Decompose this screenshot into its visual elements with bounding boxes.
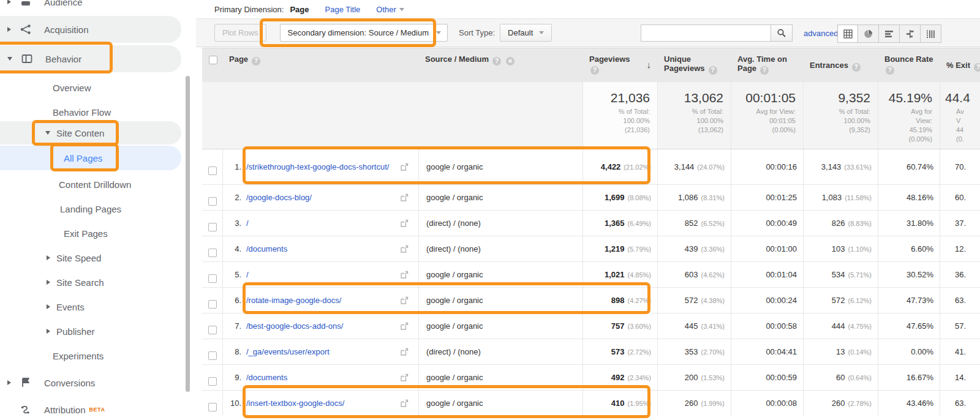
sort-type-dropdown[interactable]: Default [500, 24, 552, 42]
pageviews-cell: 1,365(6.49%) [583, 211, 658, 236]
sidebar-item-events[interactable]: Events [0, 296, 181, 317]
sidebar-item-publisher[interactable]: Publisher [0, 321, 181, 342]
sidebar-item-site-speed[interactable]: Site Speed [0, 247, 181, 268]
column-header-exit[interactable]: % Exit? [940, 48, 980, 82]
open-in-new-icon[interactable] [400, 296, 409, 305]
table-view-icon[interactable] [837, 24, 858, 43]
open-in-new-icon[interactable] [400, 271, 409, 279]
column-header-bounce-rate[interactable]: Bounce Rate ? [878, 48, 940, 82]
open-in-new-icon[interactable] [400, 193, 409, 202]
table-row: 3. / (direct) / (none) 1,365(6.49%) 852(… [202, 211, 980, 236]
open-in-new-icon[interactable] [400, 163, 409, 171]
open-in-new-icon[interactable] [400, 399, 409, 408]
page-link[interactable]: / [246, 218, 400, 229]
open-in-new-icon[interactable] [400, 219, 409, 228]
page-link[interactable]: / [246, 269, 400, 280]
column-header-entrances[interactable]: Entrances? [804, 48, 878, 82]
row-checkbox[interactable] [208, 223, 217, 231]
source-medium-value: google / organic [419, 391, 583, 416]
sidebar-item-overview[interactable]: Overview [0, 77, 181, 98]
help-icon[interactable]: ? [760, 66, 769, 75]
advanced-search-link[interactable]: advanced [804, 29, 838, 38]
page-link[interactable]: /insert-textbox-google-docs/ [246, 398, 400, 409]
row-rank: 10. [223, 399, 241, 408]
row-checkbox[interactable] [208, 249, 217, 257]
avg-time-cell: 00:00:24 [731, 288, 804, 313]
sidebar-item-behavior-flow[interactable]: Behavior Flow [0, 102, 181, 122]
column-header-unique-pageviews[interactable]: Unique Pageviews? [658, 48, 731, 82]
page-link[interactable]: /strikethrough-text-google-docs-shortcut… [246, 162, 400, 173]
secondary-dimension-dropdown[interactable]: Secondary dimension: Source / Medium [280, 24, 448, 42]
unique-pageviews-cell: 1,086(8.31%) [658, 185, 731, 210]
row-checkbox[interactable] [208, 377, 217, 386]
help-icon[interactable]: ? [709, 66, 717, 75]
unique-pageviews-cell: 852(6.52%) [658, 211, 731, 236]
row-checkbox[interactable] [208, 326, 217, 334]
open-in-new-icon[interactable] [400, 373, 409, 382]
help-icon[interactable]: ? [852, 63, 861, 72]
help-icon[interactable]: ? [886, 66, 894, 75]
open-in-new-icon[interactable] [400, 245, 409, 253]
help-icon[interactable]: ? [974, 63, 980, 72]
row-checkbox[interactable] [208, 274, 217, 283]
sidebar-item-landing-pages[interactable]: Landing Pages [0, 198, 181, 219]
row-checkbox[interactable] [208, 300, 217, 309]
avg-time-cell: 00:00:58 [731, 313, 804, 339]
entrances-cell: 534(5.71%) [804, 262, 878, 287]
sidebar-item-behavior[interactable]: Behavior [0, 45, 181, 72]
select-all-checkbox[interactable] [209, 56, 217, 64]
remove-secondary-dimension-icon[interactable]: ✕ [506, 57, 514, 66]
page-link[interactable]: /best-google-docs-add-ons/ [246, 321, 400, 332]
avg-time-cell: 00:01:00 [731, 236, 804, 261]
column-header-source-medium[interactable]: Source / Medium?✕ [419, 48, 583, 82]
avg-time-cell: 00:01:04 [731, 262, 804, 287]
sidebar-item-conversions[interactable]: Conversions [0, 370, 181, 396]
sidebar-item-attribution[interactable]: Attribution BETA [0, 397, 181, 420]
sidebar-scrollbar[interactable] [186, 76, 190, 392]
pivot-view-icon[interactable] [921, 24, 941, 43]
sidebar-item-site-content[interactable]: Site Conten [0, 121, 181, 144]
help-icon[interactable]: ? [252, 57, 260, 66]
page-link[interactable]: /google-docs-blog/ [246, 192, 400, 203]
row-checkbox[interactable] [208, 197, 217, 206]
entrances-cell: 260(2.78%) [804, 391, 878, 416]
primary-dimension-page[interactable]: Page [290, 5, 309, 14]
primary-dimension-page-title[interactable]: Page Title [325, 5, 361, 14]
percentage-view-icon[interactable] [858, 24, 879, 43]
sidebar-item-acquisition[interactable]: Acquisition [0, 16, 181, 43]
primary-dimension-other[interactable]: Other [376, 5, 396, 14]
summary-exit: 44.4 Av V 44 (0. [940, 82, 980, 149]
comparison-view-icon[interactable] [900, 24, 921, 43]
sidebar-item-content-drilldown[interactable]: Content Drilldown [0, 174, 181, 195]
page-link[interactable]: /documents [246, 372, 400, 383]
sidebar-item-site-search[interactable]: Site Search [0, 272, 181, 293]
column-header-avg-time[interactable]: Avg. Time on Page? [731, 48, 804, 82]
help-icon[interactable]: ? [492, 57, 501, 66]
sidebar-item-experiments[interactable]: Experiments [0, 345, 181, 366]
page-link[interactable]: /rotate-image-google-docs/ [246, 295, 400, 306]
sidebar-item-audience[interactable]: Audience [0, 0, 181, 15]
bounce-rate-cell: 30.52% [878, 262, 940, 287]
row-checkbox[interactable] [208, 403, 217, 411]
sidebar-item-exit-pages[interactable]: Exit Pages [0, 223, 181, 244]
sidebar-item-all-pages[interactable]: All Pages [0, 146, 181, 170]
plot-rows-button[interactable]: Plot Rows [214, 24, 266, 42]
search-input[interactable] [641, 24, 771, 42]
help-icon[interactable]: ? [590, 66, 599, 75]
column-header-page[interactable]: Page? [223, 48, 419, 82]
bounce-rate-cell: 6.60% [878, 236, 940, 261]
row-checkbox[interactable] [208, 167, 217, 175]
performance-view-icon[interactable] [879, 24, 900, 43]
unique-pageviews-cell: 572(4.38%) [658, 288, 731, 313]
page-link[interactable]: /documents [246, 244, 400, 255]
column-header-pageviews[interactable]: Pageviews ? ↓ [583, 48, 658, 82]
open-in-new-icon[interactable] [400, 348, 409, 356]
row-checkbox[interactable] [208, 351, 217, 360]
search-button[interactable] [771, 24, 793, 42]
row-rank: 3. [223, 219, 241, 228]
pageviews-cell: 492(2.34%) [583, 365, 658, 390]
open-in-new-icon[interactable] [400, 322, 409, 331]
chevron-down-icon [7, 57, 12, 61]
page-link[interactable]: /_ga/events/user/export [246, 347, 400, 358]
table-row: 10. /insert-textbox-google-docs/ google … [202, 391, 980, 416]
